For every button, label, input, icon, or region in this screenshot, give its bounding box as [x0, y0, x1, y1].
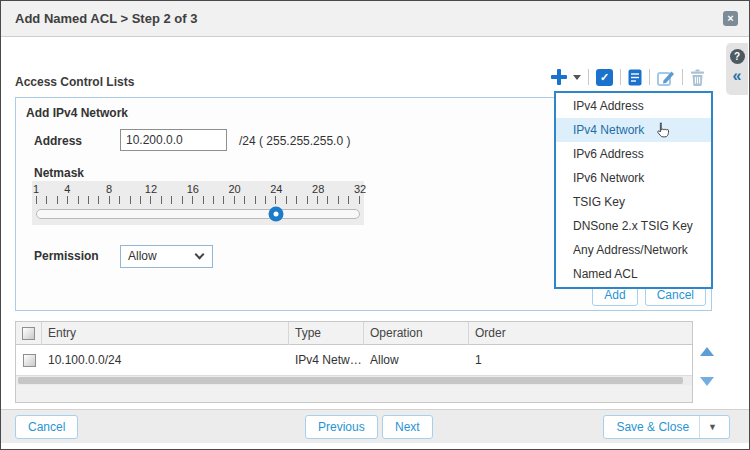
row-entry-value: 10.100.0.0/24	[42, 353, 289, 367]
document-icon[interactable]	[628, 69, 642, 86]
menu-item-ipv6-network[interactable]: IPv6 Network	[556, 166, 711, 190]
save-and-close-label: Save & Close	[616, 416, 689, 438]
trash-icon[interactable]	[690, 69, 705, 86]
add-icon[interactable]	[551, 69, 567, 85]
row-checkbox[interactable]	[23, 354, 36, 367]
permission-value: Allow	[128, 249, 157, 263]
row-type-value: IPv4 Netw…	[289, 353, 364, 367]
netmask-label: Netmask	[34, 166, 84, 180]
add-caret-icon[interactable]	[573, 75, 581, 80]
acl-entries-table: Entry Type Operation Order 10.100.0.0/24…	[15, 321, 693, 403]
netmask-tick-labels: 1 4 8 12 16 20 24 28 32	[36, 183, 360, 196]
close-icon[interactable]: ×	[723, 11, 738, 26]
panel-title: Add IPv4 Network	[26, 106, 128, 120]
horizontal-scrollbar-thumb[interactable]	[18, 377, 683, 384]
acl-toolbar: ✓	[551, 65, 705, 89]
address-label: Address	[34, 134, 82, 148]
permission-label: Permission	[34, 249, 99, 263]
select-all-checkbox[interactable]	[22, 327, 35, 340]
save-options-caret-icon[interactable]: ▼	[699, 416, 717, 438]
section-title: Access Control Lists	[15, 75, 134, 89]
header-checkbox-cell	[16, 322, 42, 345]
netmask-slider: 1 4 8 12 16 20 24 28 32	[32, 181, 364, 225]
tick-label: 4	[64, 183, 70, 195]
tick-label: 12	[145, 183, 157, 195]
menu-item-any-address-network[interactable]: Any Address/Network	[556, 238, 711, 262]
help-icon[interactable]: ?	[730, 49, 745, 64]
netmask-slider-handle[interactable]	[268, 207, 283, 222]
menu-item-tsig-key[interactable]: TSIG Key	[556, 190, 711, 214]
save-and-close-button[interactable]: Save & Close ▼	[603, 415, 730, 439]
row-checkbox-cell	[16, 354, 42, 367]
add-entry-type-menu: IPv4 Address IPv4 Network IPv6 Address I…	[554, 91, 713, 289]
dialog-titlebar: Add Named ACL > Step 2 of 3 ×	[1, 1, 749, 37]
dialog-title: Add Named ACL > Step 2 of 3	[15, 1, 197, 37]
tick-label: 1	[33, 183, 39, 195]
menu-item-named-acl[interactable]: Named ACL	[556, 262, 711, 286]
chevron-down-icon	[195, 250, 205, 260]
menu-item-dnsone-tsig-key[interactable]: DNSone 2.x TSIG Key	[556, 214, 711, 238]
edit-icon[interactable]	[657, 69, 675, 86]
netmask-ticks	[36, 196, 360, 204]
tick-label: 28	[312, 183, 324, 195]
add-named-acl-dialog: Add Named ACL > Step 2 of 3 × ? « Access…	[0, 0, 750, 450]
menu-item-ipv4-network[interactable]: IPv4 Network	[556, 118, 711, 142]
move-up-icon[interactable]	[700, 347, 714, 356]
menu-item-ipv4-address[interactable]: IPv4 Address	[556, 94, 711, 118]
side-help-strip: ? «	[726, 43, 748, 95]
tick-label: 20	[228, 183, 240, 195]
column-header-order[interactable]: Order	[469, 322, 692, 345]
select-check-icon[interactable]: ✓	[596, 69, 613, 86]
permission-select[interactable]: Allow	[120, 245, 213, 268]
row-operation-value: Allow	[364, 353, 469, 367]
toolbar-separator	[682, 69, 683, 85]
table-empty-area	[16, 385, 692, 402]
move-down-icon[interactable]	[700, 377, 714, 386]
tick-label: 16	[187, 183, 199, 195]
tick-label: 32	[354, 183, 366, 195]
toolbar-separator	[588, 69, 589, 85]
collapse-panel-icon[interactable]: «	[726, 68, 748, 84]
dialog-footer: Cancel Previous Next Save & Close ▼	[1, 409, 749, 443]
tick-label: 8	[106, 183, 112, 195]
next-button[interactable]: Next	[382, 415, 433, 439]
row-order-value: 1	[469, 353, 692, 367]
cancel-button[interactable]: Cancel	[15, 415, 78, 439]
previous-button[interactable]: Previous	[305, 415, 378, 439]
column-header-operation[interactable]: Operation	[364, 322, 469, 345]
toolbar-separator	[649, 69, 650, 85]
table-row[interactable]: 10.100.0.0/24 IPv4 Netw… Allow 1	[16, 345, 692, 376]
column-header-entry[interactable]: Entry	[42, 322, 289, 345]
hand-cursor-icon	[654, 122, 671, 139]
column-header-type[interactable]: Type	[289, 322, 364, 345]
toolbar-separator	[620, 69, 621, 85]
table-header-row: Entry Type Operation Order	[16, 322, 692, 345]
menu-item-ipv6-address[interactable]: IPv6 Address	[556, 142, 711, 166]
tick-label: 24	[270, 183, 282, 195]
netmask-slider-track[interactable]	[36, 209, 360, 219]
address-netmask-suffix: /24 ( 255.255.255.0 )	[239, 134, 350, 148]
address-input[interactable]	[120, 129, 227, 151]
horizontal-scrollbar	[16, 376, 692, 385]
